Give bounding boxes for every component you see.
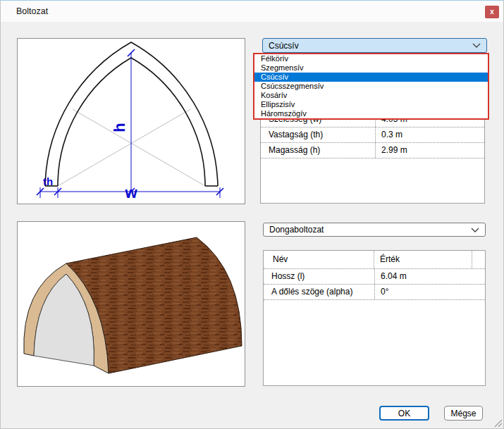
table-row: A dőlés szöge (alpha) 0°: [264, 285, 485, 300]
dropdown-option-csucsszegmensiv[interactable]: Csúcsszegmensív: [254, 82, 488, 91]
dropdown-option-kosariv[interactable]: Kosárív: [254, 91, 488, 100]
vault-params-table: Név Érték Hossz (l) 6.04 m A dőlés szöge…: [263, 250, 486, 386]
vault-type-value: Dongaboltozat: [269, 225, 324, 235]
vault-preview-panel: [17, 221, 245, 387]
param-value[interactable]: 0.3 m: [375, 128, 484, 142]
vault-type-select[interactable]: Dongaboltozat: [263, 223, 486, 237]
dropdown-option-csucsiv-selected[interactable]: Csúcsív: [254, 73, 488, 82]
param-value[interactable]: 6.04 m: [374, 269, 485, 284]
dimension-h-label: h: [111, 123, 128, 132]
header-name: Név: [264, 251, 374, 268]
dialog-boltozat: Boltozat x: [0, 0, 504, 429]
table-row: Magasság (h) 2.99 m: [261, 143, 484, 158]
close-button[interactable]: x: [485, 6, 499, 18]
chevron-down-icon: [471, 228, 479, 232]
dropdown-option-haromszogiv[interactable]: Háromszögív: [254, 109, 488, 118]
chevron-down-icon: [472, 43, 481, 48]
param-name: A dőlés szöge (alpha): [264, 285, 374, 299]
arch-type-value: Csúcsív: [269, 41, 299, 51]
arch-type-dropdown: Félkörív Szegmensív Csúcsív Csúcsszegmen…: [253, 53, 489, 120]
dropdown-option-felkoriv[interactable]: Félkörív: [254, 54, 488, 63]
table-row: Vastagság (th) 0.3 m: [261, 128, 484, 143]
window-title: Boltozat: [16, 1, 48, 22]
table-row: Hossz (l) 6.04 m: [264, 269, 485, 285]
title-bar: Boltozat x: [1, 1, 503, 22]
arch-type-select[interactable]: Csúcsív: [262, 38, 487, 53]
dropdown-option-szegmensiv[interactable]: Szegmensív: [254, 63, 488, 73]
dimension-th-label: th: [43, 175, 53, 187]
dimension-w-label: w: [124, 184, 137, 201]
cancel-button[interactable]: Mégse: [444, 406, 483, 421]
table-header-row: Név Érték: [264, 251, 485, 269]
dropdown-option-ellipszisiv[interactable]: Ellipszisív: [254, 100, 488, 109]
arch-preview-panel: h w th: [17, 38, 245, 204]
pointed-arch-diagram: h w th: [18, 39, 245, 204]
close-icon: x: [490, 8, 494, 15]
param-value[interactable]: 2.99 m: [375, 143, 484, 158]
param-value[interactable]: 0°: [374, 285, 485, 299]
resize-grip[interactable]: [493, 418, 502, 427]
barrel-vault-3d-view: [18, 222, 245, 386]
param-name: Vastagság (th): [261, 128, 375, 142]
header-value: Érték: [374, 251, 472, 268]
param-name: Hossz (l): [264, 269, 374, 284]
ok-button[interactable]: OK: [379, 406, 429, 421]
param-name: Magasság (h): [261, 143, 375, 158]
